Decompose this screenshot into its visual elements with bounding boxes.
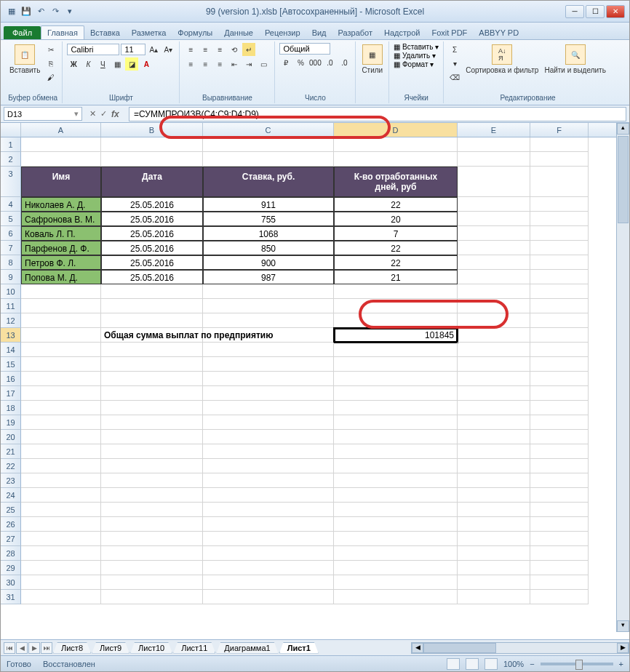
row-header[interactable]: 17 [1,386,21,401]
cell[interactable] [101,561,203,575]
cell[interactable]: 7 [334,226,458,241]
row-header[interactable]: 7 [1,241,21,255]
cell[interactable] [334,313,458,328]
shrink-font-icon[interactable]: A▾ [162,43,175,56]
align-center-icon[interactable]: ≡ [199,57,212,71]
cell[interactable] [21,546,101,561]
cell[interactable] [203,372,334,386]
sheet-tab[interactable]: Лист1 [279,642,319,654]
sheet-tab[interactable]: Лист11 [173,642,215,654]
cell[interactable] [203,328,334,343]
percent-icon[interactable]: % [294,56,307,69]
normal-view-icon[interactable] [447,658,460,670]
scroll-up-icon[interactable]: ▴ [617,123,629,135]
row-header[interactable]: 31 [1,590,21,604]
cell[interactable] [530,415,589,430]
cell[interactable] [458,137,530,152]
cell[interactable] [530,255,589,270]
accept-formula-icon[interactable]: ✓ [100,109,107,119]
cell[interactable] [21,473,101,488]
sheet-nav-next-icon[interactable]: ▶ [28,642,40,654]
col-header[interactable]: C [203,123,334,137]
cell[interactable] [334,488,458,503]
row-header[interactable]: 2 [1,152,21,167]
cell[interactable] [334,546,458,561]
tab-home[interactable]: Главная [41,25,84,39]
scroll-thumb[interactable] [618,136,629,223]
cell[interactable] [203,517,334,532]
zoom-slider[interactable] [541,663,613,665]
close-button[interactable]: ✕ [606,5,625,18]
cell[interactable] [530,328,589,343]
find-select-button[interactable]: 🔍 Найти и выделить [543,43,607,76]
cell[interactable] [458,313,530,328]
cell[interactable] [334,372,458,386]
cell[interactable] [21,357,101,372]
cell[interactable] [334,357,458,372]
align-top-icon[interactable]: ≡ [184,43,197,56]
cell[interactable] [458,299,530,313]
cell[interactable] [21,488,101,503]
cell[interactable] [458,415,530,430]
tab-layout[interactable]: Разметка [126,26,172,39]
scroll-thumb[interactable] [423,643,496,653]
scroll-right-icon[interactable]: ▶ [617,643,629,653]
cell[interactable]: Парфенов Д. Ф. [21,241,101,255]
cell[interactable] [203,488,334,503]
cell[interactable] [101,372,203,386]
cell[interactable] [21,372,101,386]
sheet-nav-first-icon[interactable]: ⏮ [4,642,15,654]
cell[interactable] [203,503,334,517]
cell[interactable] [530,386,589,401]
tab-insert[interactable]: Вставка [84,26,126,39]
row-header[interactable]: 23 [1,473,21,488]
cell[interactable]: 22 [334,197,458,212]
cell[interactable]: Попова М. Д. [21,270,101,284]
cell[interactable] [334,386,458,401]
currency-icon[interactable]: ₽ [279,56,292,69]
sheet-nav-last-icon[interactable]: ⏭ [41,642,52,654]
cell[interactable] [203,343,334,357]
cell[interactable] [101,137,203,152]
cell[interactable] [458,167,530,197]
cell[interactable] [530,561,589,575]
cell[interactable]: 22 [334,255,458,270]
cell[interactable] [530,241,589,255]
row-header[interactable]: 30 [1,575,21,590]
fx-icon[interactable]: fx [111,109,119,119]
dec-decimal-icon[interactable]: .0 [338,56,351,69]
row-header[interactable]: 15 [1,357,21,372]
comma-icon[interactable]: 000 [308,56,322,69]
cell[interactable] [203,357,334,372]
page-layout-view-icon[interactable] [466,658,479,670]
insert-cells-button[interactable]: ▦ Вставить ▾ [394,43,439,51]
cell[interactable] [203,415,334,430]
save-icon[interactable]: 💾 [20,5,33,18]
cell[interactable] [21,444,101,459]
number-format-select[interactable]: Общий [279,43,330,55]
cell[interactable] [458,197,530,212]
grid[interactable]: 123ИмяДатаСтавка, руб.К-во отработанных … [1,137,629,604]
cell[interactable] [334,152,458,167]
cell[interactable] [203,401,334,415]
fill-color-icon[interactable]: ◪ [125,57,138,71]
cell[interactable] [334,430,458,444]
cell[interactable] [21,532,101,546]
cell[interactable] [101,503,203,517]
row-header[interactable]: 25 [1,503,21,517]
cell[interactable] [334,459,458,473]
cell[interactable] [101,152,203,167]
cell[interactable] [530,313,589,328]
cell[interactable]: 25.05.2016 [101,226,203,241]
cell[interactable]: Имя [21,167,101,197]
cell[interactable] [530,343,589,357]
cell[interactable]: 25.05.2016 [101,197,203,212]
cell[interactable] [21,328,101,343]
cell[interactable] [458,212,530,226]
cell[interactable] [530,503,589,517]
cell[interactable] [101,386,203,401]
row-header[interactable]: 21 [1,444,21,459]
row-header[interactable]: 12 [1,313,21,328]
cell[interactable] [334,343,458,357]
row-header[interactable]: 3 [1,167,21,197]
